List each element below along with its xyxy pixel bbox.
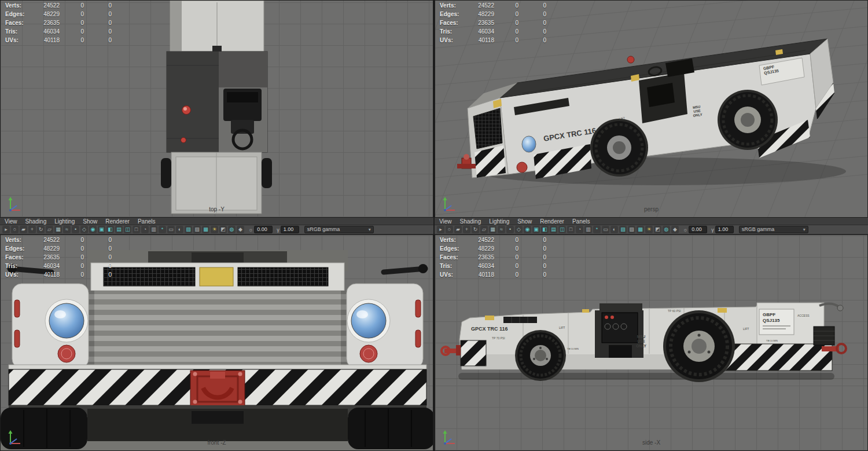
lighting-all-icon[interactable]: ☀ xyxy=(211,226,218,233)
stat-value: 0 xyxy=(84,263,112,269)
exposure-icon[interactable]: ☼ xyxy=(248,227,253,233)
menu-renderer[interactable]: Renderer xyxy=(540,218,564,225)
grid-display-icon[interactable]: ▤ xyxy=(115,226,123,233)
film-gate-icon[interactable]: ◫ xyxy=(558,226,566,233)
motion-blur-icon[interactable]: ◆ xyxy=(237,226,244,233)
menu-show[interactable]: Show xyxy=(83,218,97,225)
safe-action-icon[interactable]: * xyxy=(593,226,601,233)
safe-title-icon[interactable]: ▭ xyxy=(602,226,609,233)
exposure-field[interactable]: 0.00 xyxy=(254,226,273,233)
menu-panels[interactable]: Panels xyxy=(572,218,590,225)
wireframe-icon[interactable]: ▧ xyxy=(185,226,192,233)
make-live-icon[interactable]: ◉ xyxy=(524,226,531,233)
stat-value: 0 xyxy=(84,2,112,9)
viewport-persp[interactable]: GPCX TRC 116 MSU USE ONLY LIFT GBPF QSJ1… xyxy=(435,0,868,218)
safe-action-icon[interactable]: * xyxy=(159,226,166,233)
menu-show[interactable]: Show xyxy=(517,218,532,225)
hud-stats: Verts:2452200Edges:4822900Faces:2363500T… xyxy=(1,1,112,45)
isolate-select-icon[interactable]: ◧ xyxy=(541,226,549,233)
gate-mask-icon[interactable]: ◔ xyxy=(576,226,583,233)
textured-mode-icon[interactable]: ▩ xyxy=(202,226,209,233)
resolution-gate-icon[interactable]: □ xyxy=(133,226,140,233)
stat-label: Faces: xyxy=(1,20,35,26)
rotate-tool-icon[interactable]: ↻ xyxy=(472,226,479,233)
stat-value: 40118 xyxy=(35,272,60,278)
shadows-icon[interactable]: ◩ xyxy=(654,226,661,233)
shading-smooth-icon[interactable]: ◐ xyxy=(610,226,618,233)
gamma-icon[interactable]: γ xyxy=(277,227,279,233)
stat-row: Tris:4603400 xyxy=(435,262,546,270)
shaded-mode-icon[interactable]: ▨ xyxy=(628,226,635,233)
shaded-mode-icon[interactable]: ▨ xyxy=(193,226,201,233)
film-gate-icon[interactable]: ◫ xyxy=(124,226,131,233)
wireframe-icon[interactable]: ▧ xyxy=(619,226,627,233)
snap-curve-icon[interactable]: ≈ xyxy=(498,226,505,233)
stat-row: UVs:4011800 xyxy=(435,36,546,45)
menu-panels[interactable]: Panels xyxy=(138,218,156,225)
safe-title-icon[interactable]: ▭ xyxy=(167,226,175,233)
menu-shading[interactable]: Shading xyxy=(25,218,47,225)
viewport-side[interactable]: GPCX TRC 116 TP 70 PSI TP 60 PSI LIFT LI… xyxy=(435,234,868,451)
gate-mask-icon[interactable]: ◔ xyxy=(141,226,149,233)
gamma-field[interactable]: 1.00 xyxy=(715,226,734,233)
menu-view[interactable]: View xyxy=(5,218,17,225)
menu-renderer[interactable]: Renderer xyxy=(105,218,130,225)
scale-tool-icon[interactable]: ▱ xyxy=(46,226,53,233)
camera-lock-icon[interactable]: ▣ xyxy=(532,226,540,233)
viewport-front[interactable]: Verts:2452200Edges:4822900Faces:2363500T… xyxy=(0,234,433,451)
stat-value: 0 xyxy=(84,37,112,43)
gbpf-line2: QSJ135 xyxy=(763,318,780,323)
gamma-icon[interactable]: γ xyxy=(711,227,714,233)
isolate-select-icon[interactable]: ◧ xyxy=(106,226,114,233)
snap-point-icon[interactable]: • xyxy=(506,226,514,233)
snap-plane-icon[interactable]: ◇ xyxy=(80,226,88,233)
snap-point-icon[interactable]: • xyxy=(72,226,79,233)
gamma-field[interactable]: 1.00 xyxy=(281,226,299,233)
view-transform-dropdown[interactable]: sRGB gamma ▾ xyxy=(304,226,374,233)
grid-display-icon[interactable]: ▤ xyxy=(550,226,557,233)
move-tool-icon[interactable]: + xyxy=(28,226,36,233)
viewport-label-persp: persp xyxy=(435,206,867,212)
camera-lock-icon[interactable]: ▣ xyxy=(98,226,105,233)
snap-plane-icon[interactable]: ◇ xyxy=(515,226,523,233)
menu-lighting[interactable]: Lighting xyxy=(489,218,509,225)
exposure-field[interactable]: 0.00 xyxy=(689,226,707,233)
paint-select-icon[interactable]: ▰ xyxy=(454,226,462,233)
stat-value: 0 xyxy=(60,20,84,26)
select-tool-icon[interactable]: ▸ xyxy=(437,226,444,233)
textured-mode-icon[interactable]: ▩ xyxy=(637,226,644,233)
snap-grid-icon[interactable]: ▦ xyxy=(54,226,62,233)
exposure-icon[interactable]: ☼ xyxy=(683,227,687,233)
lasso-tool-icon[interactable]: ○ xyxy=(446,226,453,233)
menu-view[interactable]: View xyxy=(439,218,452,225)
rotate-tool-icon[interactable]: ↻ xyxy=(37,226,45,233)
screen-space-ao-icon[interactable]: ◍ xyxy=(663,226,670,233)
view-transform-dropdown[interactable]: sRGB gamma ▾ xyxy=(739,226,808,233)
screen-space-ao-icon[interactable]: ◍ xyxy=(228,226,236,233)
lasso-tool-icon[interactable]: ○ xyxy=(11,226,19,233)
make-live-icon[interactable]: ◉ xyxy=(89,226,97,233)
shadows-icon[interactable]: ◩ xyxy=(219,226,227,233)
shading-smooth-icon[interactable]: ◐ xyxy=(176,226,183,233)
stat-label: Edges: xyxy=(1,245,35,252)
field-chart-icon[interactable]: ▥ xyxy=(150,226,157,233)
stat-row: Verts:2452200 xyxy=(1,236,112,244)
snap-curve-icon[interactable]: ≈ xyxy=(63,226,71,233)
motion-blur-icon[interactable]: ◆ xyxy=(671,226,679,233)
select-tool-icon[interactable]: ▸ xyxy=(2,226,10,233)
stat-row: Tris:4603400 xyxy=(1,262,112,270)
snap-grid-icon[interactable]: ▦ xyxy=(489,226,496,233)
viewport-top[interactable]: Verts:2452200Edges:4822900Faces:2363500T… xyxy=(0,0,433,218)
menu-lighting[interactable]: Lighting xyxy=(54,218,75,225)
move-tool-icon[interactable]: + xyxy=(463,226,470,233)
stat-value: 0 xyxy=(60,254,84,261)
lighting-all-icon[interactable]: ☀ xyxy=(645,226,653,233)
paint-select-icon[interactable]: ▰ xyxy=(20,226,27,233)
field-chart-icon[interactable]: ▥ xyxy=(584,226,592,233)
menu-shading[interactable]: Shading xyxy=(460,218,481,225)
scale-tool-icon[interactable]: ▱ xyxy=(480,226,488,233)
tie-down-text-front: TIE DOWN xyxy=(567,347,579,350)
resolution-gate-icon[interactable]: □ xyxy=(567,226,575,233)
stat-label: Verts: xyxy=(1,237,35,243)
stat-row: Faces:2363500 xyxy=(435,19,546,27)
